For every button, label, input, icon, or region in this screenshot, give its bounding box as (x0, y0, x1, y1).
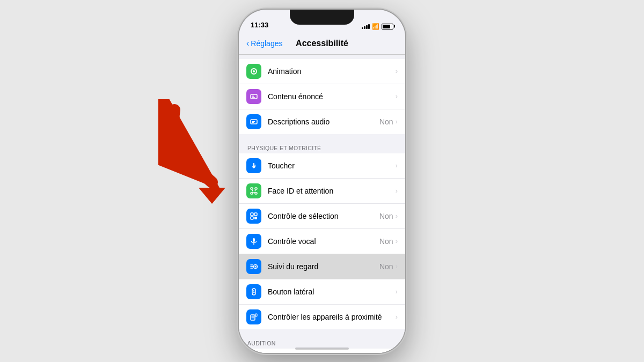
svg-rect-5 (252, 95, 254, 97)
content-area: Animation › Contenu énoncé › (239, 55, 405, 353)
status-time: 11:33 (251, 21, 268, 30)
suivi-regard-label: Suivi du regard (268, 262, 379, 271)
svg-rect-8 (252, 121, 255, 122)
home-indicator (295, 348, 349, 350)
face-id-label: Face ID et attention (268, 187, 396, 195)
list-item-toucher[interactable]: Toucher › (239, 153, 405, 179)
phone-frame: 11:33 📶 ‹ Réglages Accessibilité (239, 10, 405, 353)
list-item-controle-selection[interactable]: Contrôle de sélection Non › (239, 204, 405, 229)
svg-rect-31 (255, 314, 257, 316)
svg-point-26 (255, 265, 257, 267)
controler-appareils-icon (246, 309, 261, 324)
list-item-controler-appareils[interactable]: Contrôler les appareils à proximité › (239, 305, 405, 329)
descriptions-audio-chevron-icon: › (396, 117, 398, 125)
svg-text:1: 1 (253, 290, 255, 293)
controle-selection-icon (246, 209, 261, 224)
svg-rect-9 (252, 122, 254, 123)
toucher-icon (246, 158, 261, 173)
animation-chevron-icon: › (396, 67, 398, 75)
bouton-lateral-label: Bouton latéral (268, 287, 396, 296)
svg-rect-18 (251, 217, 253, 219)
contenu-enonce-chevron-icon: › (396, 92, 398, 100)
suivi-regard-icon (246, 259, 261, 274)
status-icons: 📶 (362, 23, 393, 30)
signal-icon (362, 24, 370, 29)
section-header-audition: AUDITION (239, 334, 405, 349)
svg-rect-4 (251, 94, 257, 99)
svg-rect-19 (254, 217, 257, 219)
list-group-physique: Toucher › (239, 153, 405, 329)
svg-rect-6 (252, 97, 255, 98)
svg-point-15 (255, 190, 256, 191)
svg-point-3 (253, 70, 255, 72)
svg-rect-20 (253, 238, 255, 242)
controle-vocal-value: Non (379, 237, 393, 246)
toucher-chevron-icon: › (396, 161, 398, 169)
svg-rect-10 (251, 188, 253, 189)
controler-appareils-label: Contrôler les appareils à proximité (268, 313, 396, 321)
bouton-lateral-chevron-icon: › (396, 287, 398, 295)
controler-appareils-chevron-icon: › (396, 313, 398, 321)
scene: 11:33 📶 ‹ Réglages Accessibilité (0, 0, 644, 362)
animation-icon (246, 64, 261, 79)
contenu-enonce-icon (246, 89, 261, 104)
controle-vocal-chevron-icon: › (396, 237, 398, 245)
wifi-icon: 📶 (372, 23, 379, 30)
face-id-chevron-icon: › (396, 187, 398, 195)
controle-selection-chevron-icon: › (396, 212, 398, 220)
suivi-regard-value: Non (379, 262, 393, 271)
bouton-lateral-icon: 1 (246, 284, 261, 299)
controle-vocal-icon (246, 234, 261, 249)
nav-bar: ‹ Réglages Accessibilité (239, 33, 405, 55)
battery-icon (382, 24, 393, 29)
contenu-enonce-label: Contenu énoncé (268, 92, 396, 101)
svg-rect-13 (255, 193, 257, 194)
svg-rect-16 (251, 213, 253, 216)
list-item-descriptions-audio[interactable]: Descriptions audio Non › (239, 109, 405, 134)
page-title: Accessibilité (296, 39, 348, 48)
list-group-vision-top: Animation › Contenu énoncé › (239, 59, 405, 134)
toucher-label: Toucher (268, 161, 396, 170)
controle-selection-label: Contrôle de sélection (268, 212, 379, 220)
descriptions-audio-icon (246, 114, 261, 129)
back-label: Réglages (251, 39, 282, 48)
list-item-bouton-lateral[interactable]: 1 Bouton latéral › (239, 279, 405, 305)
svg-point-14 (252, 190, 253, 191)
descriptions-audio-label: Descriptions audio (268, 117, 379, 126)
suivi-regard-chevron-icon: › (396, 262, 398, 270)
list-item-suivi-regard[interactable]: Suivi du regard Non › (239, 254, 405, 279)
svg-rect-17 (254, 213, 257, 216)
controle-vocal-label: Contrôle vocal (268, 237, 379, 246)
list-item-controle-vocal[interactable]: Contrôle vocal Non › (239, 229, 405, 254)
controle-selection-value: Non (379, 212, 393, 220)
svg-rect-12 (251, 193, 253, 194)
back-button[interactable]: ‹ Réglages (246, 39, 282, 48)
animation-label: Animation (268, 67, 396, 76)
settings-list: Animation › Contenu énoncé › (239, 59, 405, 353)
notch (290, 10, 354, 25)
face-id-icon (246, 183, 261, 198)
svg-rect-30 (252, 315, 254, 318)
svg-rect-11 (255, 188, 257, 189)
list-item-face-id[interactable]: Face ID et attention › (239, 179, 405, 204)
descriptions-audio-value: Non (379, 117, 393, 126)
list-item-animation[interactable]: Animation › (239, 59, 405, 84)
back-chevron-icon: ‹ (246, 39, 249, 48)
list-item-contenu-enonce[interactable]: Contenu énoncé › (239, 84, 405, 109)
section-header-physique: PHYSIQUE ET MOTRICITÉ (239, 138, 405, 153)
svg-marker-1 (199, 188, 225, 204)
